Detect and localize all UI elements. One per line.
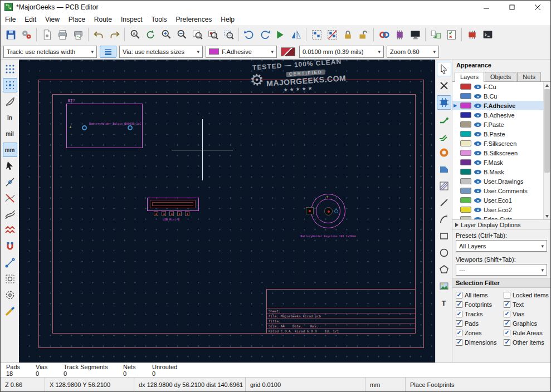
viewer-3d-icon[interactable] — [407, 27, 423, 42]
layer-color-swatch[interactable] — [460, 102, 471, 109]
plot-icon[interactable] — [70, 27, 86, 42]
layer-display-options-toggle[interactable]: Layer Display Options — [452, 220, 550, 230]
zoom-in-icon[interactable] — [158, 27, 174, 42]
lock-icon[interactable] — [340, 27, 355, 42]
filter-rule-areas[interactable]: Rule Areas — [504, 330, 549, 336]
unlock-icon[interactable] — [355, 27, 371, 42]
crosshair-45-icon[interactable] — [3, 175, 17, 189]
group-icon[interactable] — [309, 27, 324, 42]
ratsnest-hide-icon[interactable] — [3, 191, 17, 205]
redo-icon[interactable] — [106, 27, 122, 42]
layer-presets-button[interactable] — [280, 46, 296, 58]
undo-icon[interactable] — [91, 27, 106, 42]
pad[interactable] — [154, 211, 158, 216]
filter-locked-items[interactable]: Locked items — [504, 292, 549, 298]
layer-list-scrollbar[interactable] — [543, 82, 550, 219]
visibility-eye-icon[interactable] — [474, 140, 481, 147]
layer-color-swatch[interactable] — [460, 216, 471, 220]
sketch-vias-icon[interactable] — [3, 288, 17, 302]
visibility-eye-icon[interactable] — [474, 149, 481, 156]
visibility-eye-icon[interactable] — [474, 178, 481, 185]
grid-select[interactable]: 0.0100 mm (0.39 mils) — [299, 46, 384, 58]
find-icon[interactable]: A — [127, 27, 143, 42]
filter-vias[interactable]: Vias — [504, 311, 549, 317]
ref-image-tool-icon[interactable] — [437, 279, 451, 293]
layer-row[interactable]: User.Eco2 — [452, 205, 543, 214]
tab-nets[interactable]: Nets — [517, 72, 541, 81]
layer-color-swatch[interactable] — [460, 188, 471, 194]
zoom-objects-icon[interactable] — [205, 27, 221, 42]
rotate-ccw-icon[interactable] — [241, 27, 257, 42]
mirror-view-icon[interactable] — [288, 27, 304, 42]
filter-graphics[interactable]: Graphics — [504, 320, 549, 327]
footprint-battery-holder-rect[interactable]: BT? + BatteryHolder_Bulgin_BX0036_1xC — [66, 104, 143, 148]
layer-color-swatch[interactable] — [460, 131, 471, 137]
filter-dimensions[interactable]: Dimensions — [456, 339, 504, 346]
scripting-console-icon[interactable] — [480, 27, 495, 42]
checkbox[interactable] — [456, 320, 462, 327]
draw-circle-tool-icon[interactable] — [437, 246, 451, 260]
filter-all-items[interactable]: All items — [456, 292, 504, 298]
ungroup-icon[interactable] — [324, 27, 340, 42]
pad[interactable] — [169, 211, 174, 216]
checkbox[interactable] — [456, 311, 462, 317]
layer-row-selected[interactable]: F.Adhesive — [452, 101, 543, 110]
drc-markers-icon[interactable] — [3, 223, 17, 238]
place-via-tool-icon[interactable] — [437, 145, 451, 160]
select-tool-icon[interactable] — [437, 62, 451, 76]
scroll-up-icon[interactable] — [544, 82, 550, 89]
units-in-icon[interactable]: in — [3, 110, 17, 125]
pad[interactable] — [334, 209, 338, 213]
draw-rect-tool-icon[interactable] — [437, 229, 451, 243]
local-ratsnest-icon[interactable] — [3, 256, 17, 270]
draw-polygon-tool-icon[interactable] — [437, 262, 451, 277]
save-icon[interactable] — [3, 27, 18, 42]
units-mm-icon[interactable]: mm — [3, 143, 17, 157]
layer-row[interactable]: F.Mask — [452, 158, 543, 167]
layer-row[interactable]: B.Adhesive — [452, 110, 543, 120]
visibility-eye-icon[interactable] — [474, 197, 481, 204]
drc-icon[interactable] — [443, 27, 459, 42]
filter-other-items[interactable]: Other items — [504, 339, 549, 346]
pad[interactable] — [306, 207, 314, 214]
text-tool-icon[interactable]: T — [437, 296, 451, 310]
layer-row[interactable]: B.Paste — [452, 129, 543, 139]
visibility-eye-icon[interactable] — [474, 102, 481, 109]
footprint-viewer-icon[interactable] — [392, 27, 407, 42]
layer-color-swatch[interactable] — [460, 197, 471, 203]
presets-select[interactable]: All Layers — [456, 240, 547, 252]
delete-tool-icon[interactable] — [437, 79, 451, 93]
layer-row[interactable]: B.Cu — [452, 91, 543, 101]
draw-zone-tool-icon[interactable] — [437, 162, 451, 177]
track-presets-button[interactable] — [100, 46, 116, 58]
menu-place[interactable]: Place — [64, 14, 90, 24]
grid-dots-icon[interactable] — [3, 62, 17, 76]
polar-coords-icon[interactable] — [3, 94, 17, 109]
maximize-button[interactable] — [499, 1, 525, 13]
grid-dots-alt-icon[interactable] — [3, 78, 17, 92]
zoom-select[interactable]: Zoom 0.60 — [387, 46, 439, 58]
visibility-eye-icon[interactable] — [474, 206, 481, 213]
print-icon[interactable] — [55, 27, 70, 42]
visibility-eye-icon[interactable] — [474, 83, 481, 90]
draw-line-tool-icon[interactable] — [437, 195, 451, 210]
visibility-eye-icon[interactable] — [474, 130, 481, 138]
layer-row[interactable]: F.Paste — [452, 120, 543, 129]
footprint-battery-holder-round[interactable]: + BatteryHolder_Keystone_103_1x20mm — [306, 189, 350, 233]
layer-row[interactable]: User.Drawings — [452, 177, 543, 186]
zoom-fit-icon[interactable] — [189, 27, 205, 42]
filter-zones[interactable]: Zones — [456, 330, 504, 336]
pad[interactable] — [82, 125, 87, 130]
page-settings-icon[interactable] — [39, 27, 55, 42]
checkbox[interactable] — [456, 301, 462, 308]
layer-row[interactable]: User.Comments — [452, 186, 543, 195]
filter-pads[interactable]: Pads — [456, 320, 504, 327]
visibility-eye-icon[interactable] — [474, 168, 481, 175]
layer-row[interactable]: User.Eco1 — [452, 195, 543, 205]
layer-color-swatch[interactable] — [460, 112, 471, 118]
checkbox[interactable] — [504, 339, 510, 346]
visibility-eye-icon[interactable] — [474, 215, 481, 220]
pad[interactable] — [324, 207, 333, 215]
tab-objects[interactable]: Objects — [485, 72, 516, 81]
layer-color-swatch[interactable] — [460, 121, 471, 128]
